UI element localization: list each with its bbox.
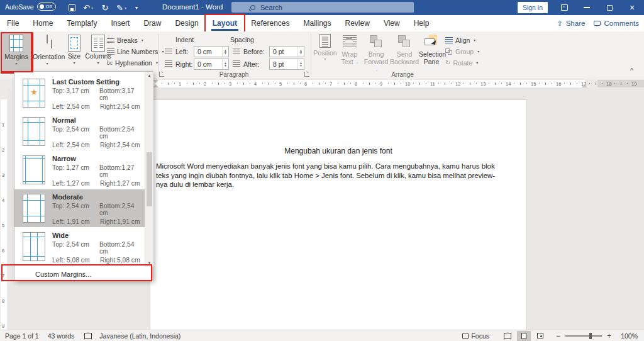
print-layout-button[interactable] — [517, 331, 531, 341]
ruler-tick — [338, 83, 338, 84]
custom-margins-menu-item[interactable]: Custom Margins... — [14, 267, 152, 281]
paragraph-dialog-launcher[interactable] — [304, 72, 309, 77]
spacing-before-input[interactable]: 0 pt ▲▼ — [269, 46, 304, 57]
restore-button[interactable] — [601, 0, 618, 15]
send-backward-button[interactable]: Send Backward ▾ — [390, 33, 419, 73]
margins-dropdown-menu: ★ Last Custom Setting Top: 3,17 cmBottom… — [14, 71, 153, 281]
scroll-up-icon[interactable]: ▲ — [145, 74, 153, 77]
margin-option-last-custom[interactable]: ★ Last Custom Setting Top: 3,17 cmBottom… — [14, 74, 145, 112]
ruler-tick — [419, 82, 420, 85]
autosave-pill[interactable]: Off — [37, 3, 56, 11]
spacing-after-input[interactable]: 8 pt ▲▼ — [269, 59, 304, 70]
tab-references[interactable]: References — [244, 15, 296, 31]
ruler-tick — [426, 83, 426, 84]
zoom-out-button[interactable]: − — [556, 332, 560, 340]
collapse-ribbon-button[interactable]: ^ — [630, 67, 633, 74]
focus-button[interactable]: Focus — [462, 332, 489, 340]
line-numbers-icon — [107, 48, 114, 55]
tab-file[interactable]: File — [0, 15, 26, 31]
scroll-down-icon[interactable]: ▼ — [145, 261, 153, 265]
send-backward-icon — [397, 34, 412, 49]
group-divider — [158, 34, 158, 75]
zoom-percentage[interactable]: 100% — [618, 332, 638, 340]
undo-button[interactable]: ↶▾ — [79, 0, 97, 15]
customize-qat-button[interactable]: ▾ — [131, 0, 142, 15]
language-indicator[interactable]: Javanese (Latin, Indonesia) — [99, 332, 180, 340]
group-button[interactable]: Group▾ — [445, 47, 479, 56]
proofing-icon[interactable] — [84, 333, 92, 338]
autosave-state: Off — [46, 4, 52, 9]
bring-forward-icon — [369, 34, 384, 49]
ribbon-display-options-button[interactable] — [556, 0, 572, 15]
dropdown-scrollbar[interactable]: ▲ ▼ — [145, 72, 153, 267]
bring-forward-button[interactable]: Bring Forward ▾ — [362, 33, 390, 73]
ruler-tick — [193, 82, 194, 85]
stepper-arrows[interactable]: ▲▼ — [222, 59, 228, 69]
comments-icon — [594, 21, 601, 26]
zoom-slider-thumb[interactable] — [589, 333, 592, 339]
document-heading: Mengubah ukuran dan jenis font — [150, 147, 526, 155]
autosave-toggle[interactable]: AutoSave Off — [5, 3, 56, 11]
orientation-button[interactable]: Orientation ▾ — [33, 33, 62, 72]
breaks-icon — [107, 38, 114, 43]
margin-option-normal[interactable]: Normal Top: 2,54 cmBottom:2,54 cm Left: … — [14, 113, 145, 150]
tab-view[interactable]: View — [377, 15, 407, 31]
document-page[interactable]: Mengubah ukuran dan jenis font Microsoft… — [150, 99, 527, 341]
scrollbar-thumb[interactable] — [147, 152, 152, 206]
tab-mailings[interactable]: Mailings — [297, 15, 338, 31]
tab-help[interactable]: Help — [407, 15, 436, 31]
breaks-button[interactable]: Breaks▾ — [107, 35, 143, 45]
margin-option-narrow[interactable]: Narrow Top: 1,27 cmBottom:1,27 cm Left: … — [14, 151, 145, 189]
vertical-ruler[interactable]: 123456789 — [0, 88, 8, 330]
page-setup-dialog-launcher[interactable] — [159, 72, 164, 77]
wrap-text-button[interactable]: Wrap Text ▾ — [338, 33, 361, 65]
indent-left-label: Left: — [175, 48, 188, 55]
position-button[interactable]: Position ▾ — [313, 33, 337, 61]
zoom-slider[interactable] — [565, 335, 602, 337]
read-mode-button[interactable] — [501, 331, 514, 341]
word-count[interactable]: 43 words — [48, 332, 75, 340]
word-window: AutoSave Off ↶▾ ↻ ✎▾ ▾ Document1 - Word … — [0, 0, 644, 341]
hyphenation-button[interactable]: bc Hyphenation▾ — [107, 58, 158, 67]
ruler-tick — [363, 83, 364, 84]
status-bar: Page 1 of 1 43 words Javanese (Latin, In… — [0, 330, 644, 341]
selection-pane-button[interactable]: Selection Pane — [419, 33, 444, 65]
share-button[interactable]: ⇧Share — [557, 20, 585, 28]
tab-review[interactable]: Review — [338, 15, 377, 31]
document-title: Document1 - Word — [162, 3, 223, 11]
tab-home[interactable]: Home — [26, 15, 60, 31]
chevron-down-icon: ▾ — [477, 49, 479, 53]
close-button[interactable]: × — [624, 0, 640, 15]
align-button[interactable]: Align▾ — [445, 35, 475, 45]
indent-left-input[interactable]: 0 cm ▲▼ — [194, 46, 229, 57]
ruler-tick — [394, 82, 395, 85]
size-button[interactable]: Size ▾ — [64, 33, 85, 72]
margin-option-wide[interactable]: Wide Top: 2,54 cmBottom:2,54 cm Left: 5,… — [14, 228, 145, 266]
margin-option-moderate[interactable]: Moderate Top: 2,54 cmBottom:2,54 cm Left… — [14, 189, 145, 227]
minimize-button[interactable] — [579, 0, 595, 15]
indent-right-input[interactable]: 0 cm ▲▼ — [194, 59, 229, 70]
ink-button[interactable]: ✎▾ — [113, 0, 130, 15]
rotate-button[interactable]: ↻ Rotate▾ — [445, 58, 478, 67]
redo-button[interactable]: ↻ — [98, 0, 112, 15]
chevron-down-icon: ▾ — [142, 38, 143, 42]
search-input[interactable]: Search — [231, 2, 414, 13]
tab-layout[interactable]: Layout — [206, 15, 244, 31]
margins-button[interactable]: Margins ▾ — [2, 33, 31, 72]
stepper-arrows[interactable]: ▲▼ — [297, 47, 304, 57]
tab-insert[interactable]: Insert — [104, 15, 136, 31]
stepper-arrows[interactable]: ▲▼ — [222, 47, 228, 57]
line-numbers-button[interactable]: Line Numbers▾ — [107, 47, 164, 56]
stepper-arrows[interactable]: ▲▼ — [297, 59, 304, 69]
spacing-after-icon — [233, 60, 240, 67]
zoom-in-button[interactable]: + — [607, 332, 611, 340]
chevron-down-icon: ▾ — [474, 38, 475, 42]
page-indicator[interactable]: Page 1 of 1 — [5, 332, 39, 340]
tab-templafy[interactable]: Templafy — [60, 15, 104, 31]
sign-in-button[interactable]: Sign in — [518, 2, 548, 13]
web-layout-button[interactable] — [533, 331, 547, 341]
tab-design[interactable]: Design — [168, 15, 205, 31]
tab-draw[interactable]: Draw — [136, 15, 168, 31]
save-button[interactable] — [65, 0, 79, 15]
comments-button[interactable]: Comments — [594, 20, 639, 27]
